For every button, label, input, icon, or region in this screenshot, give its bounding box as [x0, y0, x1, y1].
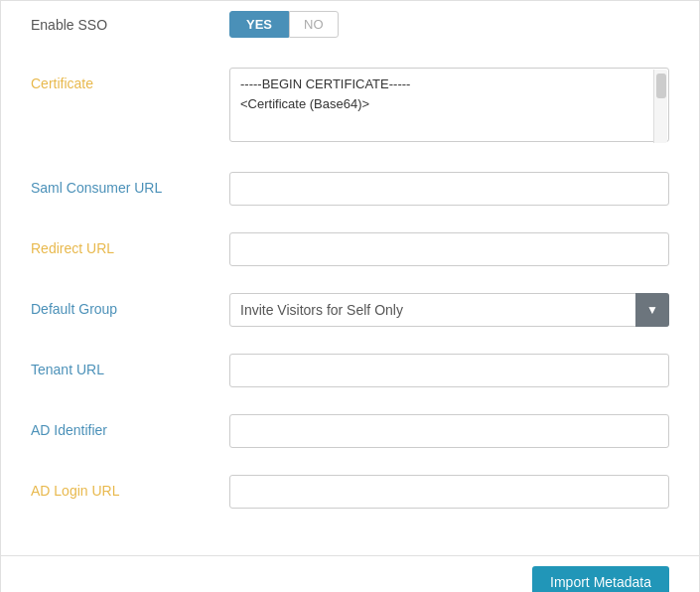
- toggle-yes-button[interactable]: YES: [229, 11, 289, 38]
- ad-login-url-input[interactable]: [229, 475, 669, 509]
- redirect-url-row: Redirect URL: [31, 227, 669, 266]
- tenant-url-wrap: [229, 354, 669, 387]
- enable-sso-label: Enable SSO: [31, 17, 229, 33]
- certificate-row: Certificate: [31, 63, 669, 145]
- page-container: Enable SSO YES NO Certificate Saml Consu…: [0, 0, 700, 592]
- tenant-url-label: Tenant URL: [31, 354, 229, 377]
- certificate-textarea[interactable]: [229, 68, 669, 142]
- import-metadata-button[interactable]: Import Metadata: [532, 566, 669, 592]
- footer-row: Import Metadata: [1, 555, 699, 592]
- toggle-no-button[interactable]: NO: [289, 11, 339, 38]
- default-group-wrap: Invite Visitors for Self Only All Users …: [229, 293, 669, 327]
- ad-login-url-row: AD Login URL: [31, 470, 669, 509]
- certificate-wrap: [229, 68, 669, 145]
- redirect-url-wrap: [229, 232, 669, 266]
- scrollbar: [653, 70, 667, 143]
- scrollbar-thumb: [656, 74, 666, 98]
- saml-consumer-url-label: Saml Consumer URL: [31, 172, 229, 196]
- default-group-select[interactable]: Invite Visitors for Self Only All Users …: [229, 293, 669, 327]
- default-group-row: Default Group Invite Visitors for Self O…: [31, 288, 669, 327]
- tenant-url-input[interactable]: [229, 354, 669, 387]
- ad-login-url-wrap: [229, 475, 669, 509]
- ad-identifier-row: AD Identifier: [31, 409, 669, 448]
- saml-consumer-url-row: Saml Consumer URL: [31, 167, 669, 206]
- form-section: Certificate Saml Consumer URL Redirect U…: [1, 53, 699, 550]
- saml-consumer-url-input[interactable]: [229, 172, 669, 206]
- saml-consumer-url-wrap: [229, 172, 669, 206]
- enable-sso-row: Enable SSO YES NO: [1, 1, 699, 53]
- redirect-url-input[interactable]: [229, 232, 669, 266]
- ad-identifier-input[interactable]: [229, 414, 669, 448]
- ad-identifier-label: AD Identifier: [31, 414, 229, 438]
- toggle-wrap: YES NO: [229, 11, 339, 38]
- ad-login-url-label: AD Login URL: [31, 475, 229, 499]
- redirect-url-label: Redirect URL: [31, 232, 229, 256]
- default-group-label: Default Group: [31, 293, 229, 317]
- certificate-label: Certificate: [31, 68, 229, 91]
- tenant-url-row: Tenant URL: [31, 349, 669, 387]
- ad-identifier-wrap: [229, 414, 669, 448]
